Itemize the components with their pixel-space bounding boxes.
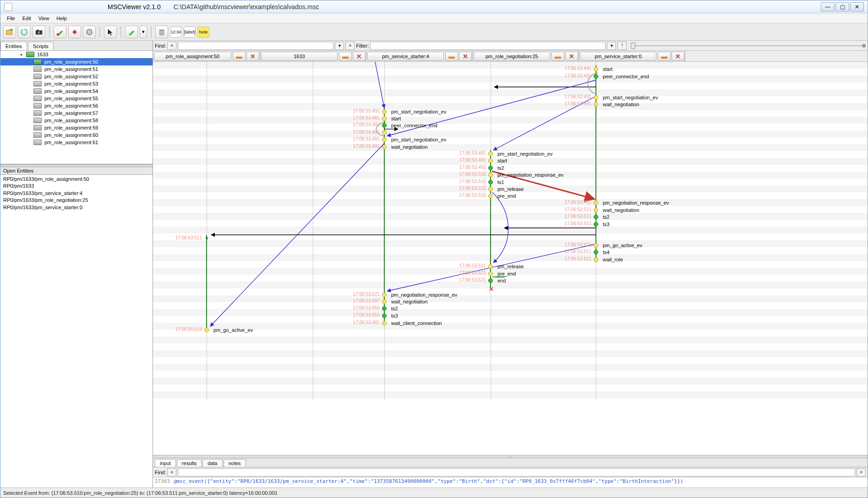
event-node[interactable]: start — [382, 115, 401, 122]
open-entity-item[interactable]: RP0/pm/1633/pm_role_assignment:50 — [3, 176, 150, 183]
window-close-button[interactable]: ✕ — [850, 2, 864, 11]
open-entity-item[interactable]: RP0/pm/1633/pm_service_starter:4 — [3, 190, 150, 197]
window-minimize-button[interactable]: — — [821, 2, 835, 11]
entity-column-label[interactable]: pm_service_starter:4 — [367, 52, 444, 61]
event-node[interactable]: pm_release — [488, 263, 524, 270]
event-node[interactable]: start — [488, 157, 507, 164]
tree-parent-1633[interactable]: ▾1633 — [0, 51, 153, 58]
filter-input[interactable] — [370, 42, 606, 50]
event-node[interactable]: end — [488, 277, 506, 284]
marker-red-button[interactable] — [54, 26, 66, 38]
toggle-notes-button[interactable]: Note — [197, 27, 209, 38]
tree-item[interactable]: pm_role_assignment:61 — [0, 139, 153, 146]
event-node[interactable]: ts2 — [594, 213, 610, 220]
event-node[interactable]: wait_negotiation — [382, 298, 428, 305]
find-next-button[interactable]: > — [345, 42, 355, 50]
filter-dropdown-icon[interactable]: ▾ — [607, 42, 616, 50]
event-node[interactable]: wait_role — [594, 256, 623, 263]
diagram-canvas[interactable]: start17:06:53.491peer_connector_end17:06… — [153, 62, 868, 455]
entity-close-button[interactable]: ✕ — [565, 52, 578, 61]
tab-notes[interactable]: notes — [224, 459, 246, 467]
find2-input[interactable] — [178, 468, 855, 476]
entity-hide-button[interactable]: ▬ — [658, 52, 671, 61]
open-entity-item[interactable]: RP0/pm/1633/pm_service_starter:0 — [3, 204, 150, 211]
entity-column-label[interactable]: pm_role_assignment:50 — [154, 52, 231, 61]
tree-item[interactable]: pm_role_assignment:50 — [0, 58, 153, 65]
event-node[interactable]: pm_release — [488, 185, 524, 192]
highlighter-dropdown-icon[interactable]: ▾ — [140, 26, 147, 38]
menu-help[interactable]: Help — [53, 15, 71, 22]
filter-bang-button[interactable]: ! — [617, 42, 627, 50]
toggle-labels-button[interactable]: [label] — [184, 27, 196, 38]
event-node[interactable]: pre_end — [488, 192, 516, 199]
entity-column-label[interactable]: 1633 — [261, 52, 338, 61]
entity-column-label[interactable]: pm_role_negotiation:25 — [474, 52, 550, 61]
find-input[interactable] — [178, 42, 333, 50]
tree-item[interactable]: pm_role_assignment:57 — [0, 109, 153, 117]
event-node[interactable]: pm_start_negotiation_ev — [594, 94, 658, 101]
event-node[interactable]: pm_start_negotiation_ev — [488, 150, 552, 157]
menu-edit[interactable]: Edit — [19, 15, 35, 22]
tree-item[interactable]: pm_role_assignment:52 — [0, 73, 153, 80]
event-node[interactable]: wait_negotiation — [382, 143, 428, 150]
event-node[interactable]: pm_start_negotiation_ev — [382, 136, 446, 143]
toggle-timestamps-button[interactable]: 12:34 — [170, 27, 182, 38]
event-node[interactable]: pm_negotiation_response_ev — [382, 291, 457, 298]
tree-item[interactable]: pm_role_assignment:51 — [0, 65, 153, 73]
entity-close-button[interactable]: ✕ — [671, 52, 684, 61]
trash-button[interactable] — [155, 26, 168, 38]
entity-hide-button[interactable]: ▬ — [339, 52, 352, 61]
event-node[interactable]: pm_negotiation_response_ev — [488, 171, 563, 178]
entity-hide-button[interactable]: ▬ — [551, 52, 564, 61]
event-node[interactable]: ▼ — [204, 235, 212, 242]
tab-data[interactable]: data — [202, 459, 222, 467]
find2-next-button[interactable]: > — [857, 468, 866, 476]
tree-item[interactable]: pm_role_assignment:54 — [0, 87, 153, 95]
event-node[interactable]: pm_negotiation_response_ev — [594, 199, 669, 206]
event-node[interactable]: pm_start_negotiation_ev — [382, 108, 446, 115]
event-node[interactable]: peer_connector_end — [382, 122, 437, 129]
menu-view[interactable]: View — [35, 15, 53, 22]
tree-item[interactable]: pm_role_assignment:58 — [0, 117, 153, 124]
tree-item[interactable]: pm_role_assignment:56 — [0, 102, 153, 109]
event-node[interactable]: ts2 — [488, 164, 504, 171]
delete-marker-button[interactable] — [68, 26, 81, 38]
reload-button[interactable] — [18, 26, 31, 38]
tree-item[interactable]: pm_role_assignment:55 — [0, 95, 153, 102]
open-entity-item[interactable]: RP0/pm/1633 — [3, 183, 150, 189]
event-node[interactable]: wait_client_connection — [382, 319, 442, 326]
tab-entities[interactable]: Entities — [0, 42, 27, 50]
find-dropdown-icon[interactable]: ▾ — [335, 42, 344, 50]
tree-item[interactable]: pm_role_assignment:59 — [0, 124, 153, 131]
entity-column-label[interactable]: pm_service_starter:0 — [580, 52, 656, 61]
tab-results[interactable]: results — [177, 459, 202, 467]
event-node[interactable]: ts2 — [382, 305, 398, 312]
event-node[interactable]: ts4 — [594, 249, 610, 255]
event-node[interactable]: pm_go_active_ev — [594, 242, 642, 249]
open-file-button[interactable] — [3, 26, 16, 38]
entity-close-button[interactable]: ✕ — [353, 52, 366, 61]
event-node[interactable]: wait_negotiation — [594, 101, 639, 108]
event-node[interactable]: ✕ — [488, 284, 498, 291]
tree-item[interactable]: pm_role_assignment:53 — [0, 80, 153, 87]
code-view[interactable]: 27303 @msc_event({"entity":"RP0/1633/163… — [153, 477, 868, 487]
entity-hide-button[interactable]: ▬ — [233, 52, 246, 61]
event-node[interactable]: pm_go_active_ev — [204, 326, 253, 333]
event-node[interactable]: pre_end — [488, 270, 516, 277]
event-node[interactable]: wait_negotiation — [594, 206, 639, 213]
window-maximize-button[interactable]: ▢ — [835, 2, 849, 11]
tree-item[interactable]: pm_role_assignment:60 — [0, 131, 153, 139]
event-node[interactable]: ts1 — [488, 179, 504, 185]
tab-scripts[interactable]: Scripts — [28, 42, 54, 50]
pointer-tool-button[interactable] — [104, 26, 117, 38]
find-prev-button[interactable]: < — [167, 42, 176, 50]
entity-close-button[interactable]: ✕ — [246, 52, 259, 61]
open-entity-item[interactable]: RP0/pm/1633/pm_role_negotiation:25 — [3, 197, 150, 204]
event-node[interactable]: ts3 — [594, 221, 610, 227]
entity-hide-button[interactable]: ▬ — [445, 52, 458, 61]
event-node[interactable]: peer_connector_end — [594, 73, 649, 80]
find2-prev-button[interactable]: < — [167, 468, 176, 476]
event-node[interactable]: start — [594, 65, 612, 72]
entity-close-button[interactable]: ✕ — [459, 52, 472, 61]
event-node[interactable]: ts3 — [382, 312, 398, 319]
